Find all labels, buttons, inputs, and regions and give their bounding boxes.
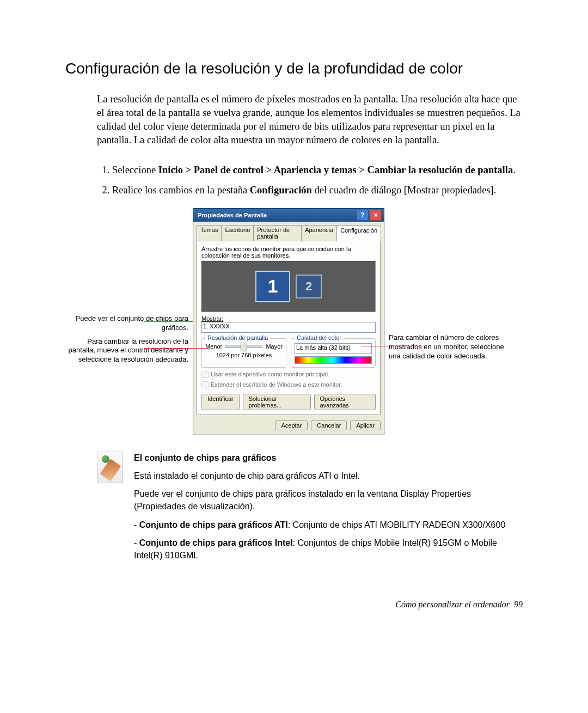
resolution-groupbox: Resolución de pantalla Menor Mayor 1024 …	[201, 338, 286, 368]
tab-panel: Arrastre los iconos de monitor para que …	[197, 241, 381, 415]
callout-right: Para cambiar el número de colores mostra…	[384, 208, 512, 365]
close-button[interactable]: ×	[370, 210, 382, 221]
callout-left: Puede ver el conjunto de chips para gráf…	[65, 208, 193, 369]
extend-desktop-checkbox	[201, 381, 209, 388]
page-footer: Cómo personalizar el ordenador 99	[65, 600, 523, 610]
note-ati: Conjunto de chips para gráficos ATI: Con…	[134, 519, 523, 531]
tab-temas[interactable]: Temas	[197, 225, 222, 241]
troubleshoot-button[interactable]: Solucionar problemas...	[243, 394, 311, 410]
callout-left-2: Para cambiar la resolución de la pantall…	[65, 337, 188, 365]
dialog-title: Propiedades de Pantalla	[198, 212, 267, 218]
note-intel-bold: Conjunto de chips para gráficos Intel	[139, 538, 293, 547]
resolution-value: 1024 por 768 píxeles	[205, 352, 283, 358]
mostrar-label: Mostrar:	[201, 315, 376, 322]
tab-strip: Temas Escritorio Protector de pantalla A…	[193, 222, 384, 241]
footer-text: Cómo personalizar el ordenador	[395, 600, 510, 609]
step-2: Realice los cambios en la pestaña Config…	[112, 184, 523, 197]
note-ati-rest: : Conjunto de chips ATI MOBILITY RADEON …	[288, 520, 506, 529]
color-spectrum-icon	[295, 356, 372, 364]
cancel-button[interactable]: Cancelar	[311, 421, 347, 430]
diagram-row: Puede ver el conjunto de chips para gráf…	[65, 208, 523, 435]
page-title: Configuración de la resolución y de la p…	[65, 60, 523, 77]
tab-apariencia[interactable]: Apariencia	[301, 225, 337, 241]
callout-left-1: Puede ver el conjunto de chips para gráf…	[65, 314, 188, 333]
extend-desktop-label: Extender el escritorio de Windows a este…	[211, 381, 342, 388]
step-1-post: .	[513, 164, 516, 175]
leader-line	[144, 348, 210, 349]
arrange-hint: Arrastre los iconos de monitor para que …	[201, 246, 376, 259]
identify-button[interactable]: Identificar	[201, 394, 240, 410]
note-p1: Está instalado el conjunto de chip para …	[134, 470, 523, 482]
res-max-label: Mayor	[266, 343, 283, 350]
mostrar-label-text: Mostrar:	[201, 315, 223, 322]
note-p2: Puede ver el conjunto de chips para gráf…	[134, 487, 523, 513]
primary-monitor-label: Usar este dispositivo como monitor princ…	[211, 371, 329, 377]
primary-monitor-checkbox	[201, 371, 209, 378]
note-intel: Conjunto de chips para gráficos Intel: C…	[134, 537, 523, 562]
tab-configuracion[interactable]: Configuración	[336, 226, 381, 241]
step-2-bold: Configuración	[250, 185, 312, 196]
color-quality-select[interactable]: La más alta (32 bits)	[295, 343, 372, 354]
res-min-label: Menor	[205, 343, 222, 350]
step-1-pre: Seleccione	[112, 164, 158, 175]
tab-protector[interactable]: Protector de pantalla	[253, 225, 302, 241]
slider-thumb[interactable]	[241, 343, 247, 351]
monitor-1-icon[interactable]: 1	[255, 271, 290, 302]
note-icon	[97, 452, 123, 483]
leader-line	[362, 346, 422, 346]
display-select[interactable]: 1. XXXXX	[201, 322, 376, 333]
apply-button[interactable]: Aplicar	[350, 421, 381, 430]
help-button[interactable]: ?	[357, 210, 369, 221]
color-legend: Calidad del color	[295, 334, 344, 341]
leader-line	[144, 321, 193, 322]
step-2-post: del cuadro de diálogo [Mostrar propiedad…	[312, 185, 497, 196]
step-1-bold: Inicio > Panel de control > Apariencia y…	[158, 164, 513, 175]
monitor-2-icon[interactable]: 2	[296, 275, 322, 298]
note-ati-bold: Conjunto de chips para gráficos ATI	[139, 520, 288, 529]
footer-page: 99	[514, 600, 523, 609]
resolution-legend: Resolución de pantalla	[205, 334, 270, 341]
note-block: El conjunto de chips para gráficos Está …	[97, 452, 523, 567]
advanced-button[interactable]: Opciones avanzadas	[314, 394, 376, 410]
note-title: El conjunto de chips para gráficos	[134, 452, 523, 464]
intro-paragraph: La resolución de pantalla es el número d…	[97, 93, 523, 147]
step-2-pre: Realice los cambios en la pestaña	[112, 185, 250, 196]
display-properties-dialog: Propiedades de Pantalla ? × Temas Escrit…	[193, 208, 384, 435]
step-1: Seleccione Inicio > Panel de control > A…	[112, 163, 523, 177]
color-groupbox: Calidad del color La más alta (32 bits)	[291, 338, 376, 368]
ok-button[interactable]: Aceptar	[275, 421, 308, 430]
dialog-titlebar[interactable]: Propiedades de Pantalla ? ×	[193, 209, 384, 222]
monitor-arrange-area[interactable]: 1 2	[201, 261, 376, 312]
tab-escritorio[interactable]: Escritorio	[221, 225, 254, 241]
resolution-slider[interactable]: Menor Mayor	[205, 343, 283, 350]
callout-right-1: Para cambiar el número de colores mostra…	[389, 333, 512, 361]
